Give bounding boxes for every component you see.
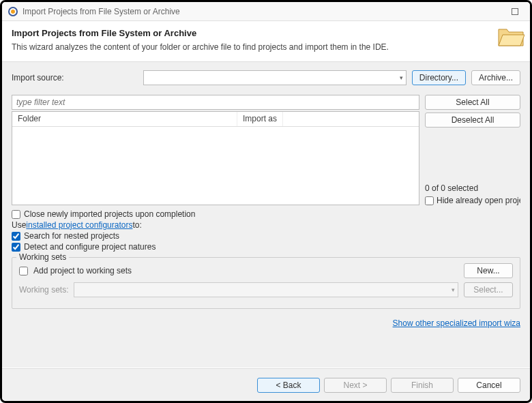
- select-all-button[interactable]: Select All: [425, 95, 520, 110]
- table-header: Folder Import as: [12, 112, 419, 127]
- search-nested-label: Search for nested projects: [24, 231, 119, 241]
- folder-icon: [497, 25, 524, 49]
- app-icon: [8, 6, 18, 17]
- deselect-all-button[interactable]: Deselect All: [425, 113, 520, 128]
- back-button[interactable]: < Back: [257, 378, 320, 393]
- window-title: Import Projects from File System or Arch…: [23, 7, 505, 16]
- add-to-working-sets-checkbox[interactable]: [19, 267, 28, 275]
- page-title: Import Projects from File System or Arch…: [12, 28, 520, 38]
- hide-open-checkbox[interactable]: [425, 196, 434, 205]
- column-folder[interactable]: Folder: [12, 112, 237, 126]
- use-suffix: to:: [132, 220, 141, 230]
- next-button: Next >: [324, 378, 387, 393]
- detect-natures-label: Detect and configure project natures: [24, 242, 156, 252]
- maximize-button[interactable]: [505, 5, 524, 18]
- close-on-complete-checkbox[interactable]: [12, 210, 20, 219]
- working-sets-fieldset: Working sets Add project to working sets…: [12, 257, 520, 309]
- working-sets-label: Working sets:: [19, 285, 68, 295]
- chevron-down-icon: ▾: [452, 286, 455, 293]
- column-import-as[interactable]: Import as: [237, 112, 283, 126]
- selection-status: 0 of 0 selected: [425, 183, 520, 193]
- filter-input[interactable]: [12, 95, 419, 110]
- wizard-footer: < Back Next > Finish Cancel: [2, 368, 530, 401]
- cancel-button[interactable]: Cancel: [458, 378, 520, 393]
- svg-point-2: [11, 10, 15, 14]
- select-working-set-button: Select...: [464, 282, 513, 297]
- hide-open-label: Hide already open projec: [437, 196, 520, 205]
- import-source-row: Import source: ▾ Directory... Archive...: [12, 70, 520, 85]
- archive-button[interactable]: Archive...: [471, 70, 520, 85]
- finish-button: Finish: [391, 378, 454, 393]
- search-nested-checkbox[interactable]: [12, 232, 20, 241]
- close-on-complete-label: Close newly imported projects upon compl…: [24, 209, 195, 219]
- chevron-down-icon: ▾: [400, 74, 403, 81]
- detect-natures-checkbox[interactable]: [12, 243, 20, 252]
- titlebar: Import Projects from File System or Arch…: [2, 2, 530, 21]
- use-prefix: Use: [12, 220, 26, 230]
- installed-configurators-link[interactable]: installed project configurators: [26, 220, 132, 230]
- working-sets-legend: Working sets: [16, 252, 69, 262]
- projects-table[interactable]: Folder Import as: [12, 111, 419, 205]
- add-to-working-sets-label: Add project to working sets: [33, 266, 132, 275]
- options-block: Close newly imported projects upon compl…: [12, 209, 520, 252]
- specialized-wizards-link[interactable]: Show other specialized import wiza: [393, 318, 520, 328]
- working-sets-combo: ▾: [74, 282, 458, 297]
- svg-rect-3: [512, 8, 518, 14]
- new-working-set-button[interactable]: New...: [464, 263, 513, 278]
- wizard-body: Import source: ▾ Directory... Archive...…: [2, 62, 530, 368]
- page-description: This wizard analyzes the content of your…: [12, 42, 520, 52]
- wizard-header: Import Projects from File System or Arch…: [2, 21, 530, 62]
- import-source-combo[interactable]: ▾: [143, 70, 407, 85]
- import-source-label: Import source:: [12, 73, 138, 83]
- directory-button[interactable]: Directory...: [412, 70, 466, 85]
